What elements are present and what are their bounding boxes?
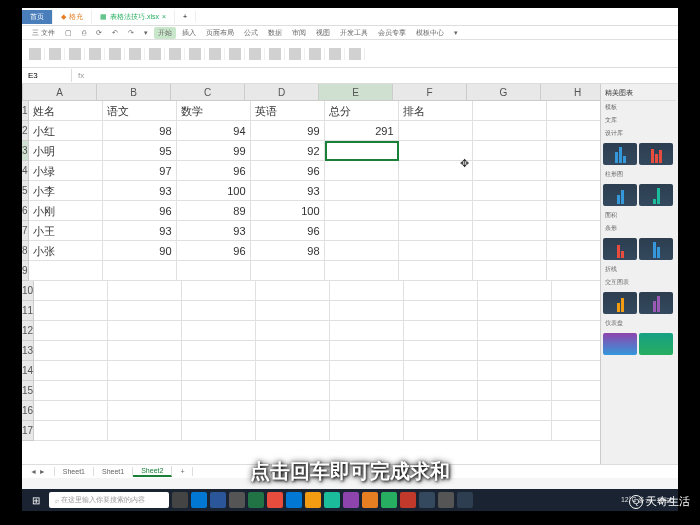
- cell[interactable]: [108, 421, 182, 441]
- task-icon[interactable]: [267, 492, 283, 508]
- cell[interactable]: 90: [103, 241, 177, 261]
- cell[interactable]: [108, 381, 182, 401]
- cell[interactable]: 小明: [29, 141, 103, 161]
- chart-thumb[interactable]: [603, 333, 637, 355]
- cell[interactable]: 数学: [177, 101, 251, 121]
- table-icon[interactable]: [329, 48, 341, 60]
- menu-item[interactable]: 视图: [312, 27, 334, 39]
- cell[interactable]: [547, 181, 600, 201]
- task-icon[interactable]: [229, 492, 245, 508]
- cell[interactable]: [325, 221, 399, 241]
- row-header[interactable]: 17: [22, 421, 34, 441]
- cell[interactable]: [552, 321, 600, 341]
- menu-item[interactable]: 三 文件: [28, 27, 59, 39]
- cell[interactable]: [256, 361, 330, 381]
- chart-thumb[interactable]: [639, 333, 673, 355]
- chart-thumb[interactable]: [639, 184, 673, 206]
- row-header[interactable]: 16: [22, 401, 34, 421]
- cell[interactable]: [325, 141, 399, 161]
- cell[interactable]: [478, 401, 552, 421]
- number-icon[interactable]: [169, 48, 181, 60]
- cell[interactable]: [256, 301, 330, 321]
- cell[interactable]: [256, 321, 330, 341]
- cell[interactable]: 96: [103, 201, 177, 221]
- column-header[interactable]: E: [319, 84, 393, 101]
- paste-icon[interactable]: [29, 48, 41, 60]
- cell[interactable]: [182, 401, 256, 421]
- fill-icon[interactable]: [269, 48, 281, 60]
- menu-item[interactable]: ▢: [61, 28, 76, 38]
- cell[interactable]: 总分: [325, 101, 399, 121]
- cell[interactable]: 92: [251, 141, 325, 161]
- cell[interactable]: [34, 361, 108, 381]
- cell[interactable]: [473, 261, 547, 281]
- cell[interactable]: [547, 201, 600, 221]
- task-icon[interactable]: [381, 492, 397, 508]
- chart-thumb[interactable]: [603, 143, 637, 165]
- start-button[interactable]: ⊞: [26, 490, 46, 510]
- cell[interactable]: [34, 341, 108, 361]
- merge-icon[interactable]: [129, 48, 141, 60]
- conditional-icon[interactable]: [189, 48, 201, 60]
- cell[interactable]: [404, 421, 478, 441]
- cell[interactable]: 96: [251, 221, 325, 241]
- cell[interactable]: [552, 421, 600, 441]
- cell[interactable]: [256, 421, 330, 441]
- task-icon[interactable]: [419, 492, 435, 508]
- cell[interactable]: [478, 421, 552, 441]
- cell[interactable]: [182, 381, 256, 401]
- cell[interactable]: [478, 301, 552, 321]
- cell[interactable]: [256, 281, 330, 301]
- cell[interactable]: [325, 261, 399, 281]
- panel-cat-3[interactable]: 柱形图: [603, 168, 676, 181]
- cell[interactable]: [478, 381, 552, 401]
- cell[interactable]: [399, 261, 473, 281]
- cell[interactable]: [552, 281, 600, 301]
- chart-thumb[interactable]: [639, 238, 673, 260]
- cell[interactable]: [330, 341, 404, 361]
- cell[interactable]: [478, 321, 552, 341]
- cell[interactable]: 97: [103, 161, 177, 181]
- cell[interactable]: [552, 401, 600, 421]
- cell[interactable]: [34, 381, 108, 401]
- task-icon[interactable]: [343, 492, 359, 508]
- cell[interactable]: 98: [251, 241, 325, 261]
- tab-file[interactable]: ▦表格法技巧.xlsx×: [92, 10, 175, 24]
- menu-item[interactable]: 会员专享: [374, 27, 410, 39]
- panel-cat-8[interactable]: 仪表盘: [603, 317, 676, 330]
- cell[interactable]: [330, 401, 404, 421]
- panel-cat-4[interactable]: 面积: [603, 209, 676, 222]
- cell[interactable]: 语文: [103, 101, 177, 121]
- cell[interactable]: [108, 361, 182, 381]
- cell[interactable]: 96: [177, 161, 251, 181]
- cell[interactable]: [182, 361, 256, 381]
- task-icon[interactable]: [457, 492, 473, 508]
- row-header[interactable]: 12: [22, 321, 34, 341]
- cell[interactable]: [547, 161, 600, 181]
- font-icon[interactable]: [69, 48, 81, 60]
- cell[interactable]: [29, 261, 103, 281]
- filter-icon[interactable]: [249, 48, 261, 60]
- row-icon[interactable]: [289, 48, 301, 60]
- task-icon[interactable]: [286, 492, 302, 508]
- menu-item[interactable]: ▾: [140, 28, 152, 38]
- row-header[interactable]: 13: [22, 341, 34, 361]
- close-icon[interactable]: ×: [162, 13, 166, 20]
- align-icon[interactable]: [109, 48, 121, 60]
- menu-item[interactable]: 模板中心: [412, 27, 448, 39]
- column-header[interactable]: H: [541, 84, 600, 101]
- find-icon[interactable]: [349, 48, 361, 60]
- cell[interactable]: 小红: [29, 121, 103, 141]
- menu-item[interactable]: ↶: [108, 28, 122, 38]
- cell[interactable]: 小李: [29, 181, 103, 201]
- cell[interactable]: 98: [103, 121, 177, 141]
- bold-icon[interactable]: [89, 48, 101, 60]
- cell[interactable]: 英语: [251, 101, 325, 121]
- task-icon[interactable]: [400, 492, 416, 508]
- cell[interactable]: 姓名: [29, 101, 103, 121]
- cell[interactable]: [108, 401, 182, 421]
- cell[interactable]: [325, 241, 399, 261]
- cell[interactable]: [34, 281, 108, 301]
- cell[interactable]: [404, 281, 478, 301]
- cell[interactable]: [473, 101, 547, 121]
